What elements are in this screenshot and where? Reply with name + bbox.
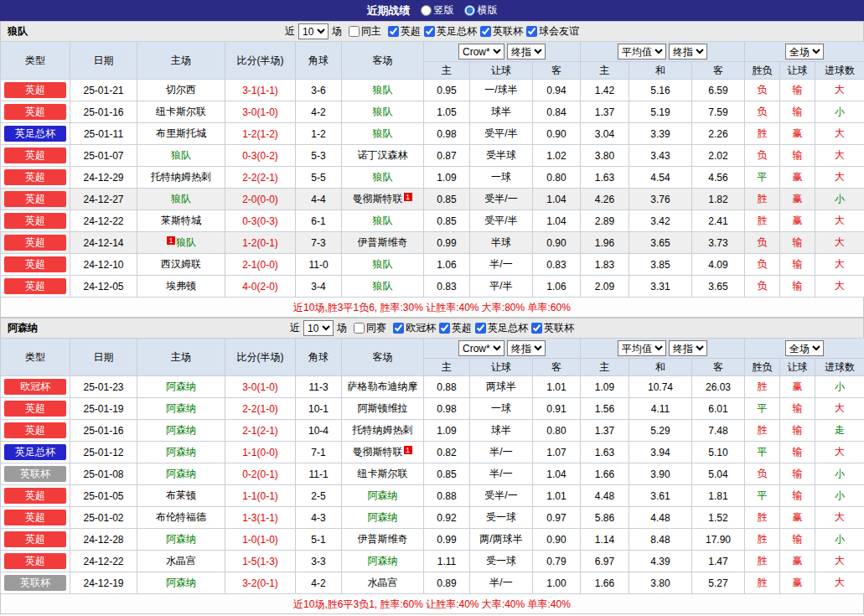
team-name-text[interactable]: 布莱顿 <box>166 489 196 501</box>
team-name-text[interactable]: 切尔西 <box>166 84 196 96</box>
team-name-text[interactable]: 布伦特福德 <box>156 511 206 523</box>
team-name-text[interactable]: 萨格勒布迪纳摩 <box>348 380 418 392</box>
home-team-cell[interactable]: 阿森纳 <box>137 442 225 463</box>
away-team-cell[interactable]: 水晶宫 <box>342 572 424 594</box>
team-name-text[interactable]: 狼队 <box>373 215 393 226</box>
league-filter[interactable]: 英足总杯 <box>421 24 477 39</box>
team-name-text[interactable]: 水晶宫 <box>368 577 398 588</box>
home-team-cell[interactable]: 布伦特福德 <box>137 507 225 529</box>
team-name-text[interactable]: 阿森纳 <box>166 402 196 414</box>
team-name-text[interactable]: 曼彻斯特联 <box>353 446 403 458</box>
vertical-radio[interactable] <box>421 5 432 16</box>
league-checkbox[interactable] <box>388 26 399 37</box>
final-average-select[interactable]: 终指 <box>669 340 707 356</box>
away-team-cell[interactable]: 纽卡斯尔联 <box>342 463 424 485</box>
team-name-text[interactable]: 伊普斯维奇 <box>358 533 408 545</box>
team-name-text[interactable]: 阿森纳 <box>166 446 196 458</box>
team-name-text[interactable]: 布里斯托城 <box>156 127 206 139</box>
team-name-text[interactable]: 狼队 <box>171 193 191 204</box>
fulltime-select[interactable]: 全场 <box>785 340 824 356</box>
away-team-cell[interactable]: 阿斯顿维拉 <box>342 398 424 420</box>
league-filter[interactable]: 英足总杯 <box>472 321 528 335</box>
home-team-cell[interactable]: 阿森纳 <box>137 572 225 594</box>
home-team-cell[interactable]: 莱斯特城 <box>137 210 225 232</box>
team-name-text[interactable]: 狼队 <box>373 84 393 96</box>
home-team-cell[interactable]: 阿森纳 <box>137 420 225 442</box>
team-name-text[interactable]: 托特纳姆热刺 <box>353 424 413 436</box>
home-team-cell[interactable]: 切尔西 <box>137 80 225 101</box>
team-name-text[interactable]: 纽卡斯尔联 <box>358 468 408 479</box>
team-name-text[interactable]: 水晶宫 <box>166 555 196 567</box>
team-name-text[interactable]: 纽卡斯尔联 <box>156 106 206 117</box>
same-checkbox[interactable] <box>354 323 365 334</box>
team-name-text[interactable]: 曼彻斯特联 <box>353 193 403 204</box>
home-team-cell[interactable]: 西汉姆联 <box>137 254 225 276</box>
same-filter[interactable]: 同主 <box>345 24 381 39</box>
team-name-text[interactable]: 狼队 <box>373 171 393 183</box>
away-team-cell[interactable]: 狼队 <box>342 167 424 189</box>
team-name-text[interactable]: 狼队 <box>171 149 191 161</box>
final-odds-select[interactable]: 终指 <box>507 44 546 60</box>
team-name-text[interactable]: 阿森纳 <box>166 380 196 392</box>
team-name-text[interactable]: 阿森纳 <box>368 489 398 501</box>
team-name-text[interactable]: 狼队 <box>373 258 393 270</box>
team-name-text[interactable]: 狼队 <box>176 236 196 248</box>
home-team-cell[interactable]: 埃弗顿 <box>137 276 225 298</box>
home-team-cell[interactable]: 阿森纳 <box>137 529 225 551</box>
team-name-text[interactable]: 狼队 <box>373 280 393 292</box>
team-name-text[interactable]: 莱斯特城 <box>161 215 201 226</box>
odds-source-select[interactable]: Crow* <box>458 340 504 356</box>
team-name-text[interactable]: 伊普斯维奇 <box>358 236 408 248</box>
final-odds-select[interactable]: 终指 <box>507 340 546 356</box>
team-name-text[interactable]: 阿森纳 <box>368 555 398 567</box>
league-filter[interactable]: 球会友谊 <box>523 24 579 39</box>
away-team-cell[interactable]: 狼队 <box>342 276 424 298</box>
away-team-cell[interactable]: 狼队 <box>342 123 424 145</box>
league-checkbox[interactable] <box>526 26 537 37</box>
home-team-cell[interactable]: 阿森纳 <box>137 398 225 420</box>
away-team-cell[interactable]: 阿森纳 <box>342 507 424 529</box>
match-count-select[interactable]: 10 <box>298 23 329 39</box>
layout-vertical-option[interactable]: 竖版 <box>421 3 454 18</box>
team-name-text[interactable]: 托特纳姆热刺 <box>151 171 211 183</box>
away-team-cell[interactable]: 诺丁汉森林 <box>342 145 424 167</box>
league-checkbox[interactable] <box>475 323 486 334</box>
same-checkbox[interactable] <box>349 26 360 37</box>
fulltime-select[interactable]: 全场 <box>785 44 824 60</box>
final-average-select[interactable]: 终指 <box>669 44 707 60</box>
away-team-cell[interactable]: 萨格勒布迪纳摩 <box>342 376 424 398</box>
team-name-text[interactable]: 阿森纳 <box>368 511 398 523</box>
home-team-cell[interactable]: 阿森纳 <box>137 376 225 398</box>
same-filter[interactable]: 同赛 <box>350 321 386 335</box>
layout-horizontal-option[interactable]: 横版 <box>464 3 498 18</box>
away-team-cell[interactable]: 伊普斯维奇 <box>342 232 424 254</box>
league-filter[interactable]: 英联杯 <box>477 24 523 39</box>
home-team-cell[interactable]: 纽卡斯尔联 <box>137 101 225 123</box>
away-team-cell[interactable]: 狼队 <box>342 210 424 232</box>
team-name-text[interactable]: 诺丁汉森林 <box>358 149 408 161</box>
home-team-cell[interactable]: 狼队 <box>137 145 225 167</box>
team-name-text[interactable]: 阿森纳 <box>166 468 196 479</box>
away-team-cell[interactable]: 狼队 <box>342 101 424 123</box>
away-team-cell[interactable]: 曼彻斯特联1 <box>342 189 424 210</box>
team-name-text[interactable]: 埃弗顿 <box>166 280 196 292</box>
away-team-cell[interactable]: 阿森纳 <box>342 485 424 507</box>
match-count-select[interactable]: 10 <box>303 320 334 336</box>
league-filter[interactable]: 欧冠杯 <box>390 321 436 335</box>
average-select[interactable]: 平均值 <box>618 340 666 356</box>
league-checkbox[interactable] <box>393 323 404 334</box>
home-team-cell[interactable]: 狼队 <box>137 189 225 210</box>
league-filter[interactable]: 英超 <box>385 24 421 39</box>
away-team-cell[interactable]: 狼队 <box>342 80 424 101</box>
home-team-cell[interactable]: 布莱顿 <box>137 485 225 507</box>
home-team-cell[interactable]: 阿森纳 <box>137 463 225 485</box>
team-name-text[interactable]: 阿森纳 <box>166 424 196 436</box>
league-checkbox[interactable] <box>480 26 491 37</box>
league-checkbox[interactable] <box>439 323 450 334</box>
team-name-text[interactable]: 阿森纳 <box>166 533 196 545</box>
horizontal-radio[interactable] <box>464 5 475 16</box>
home-team-cell[interactable]: 布里斯托城 <box>137 123 225 145</box>
league-checkbox[interactable] <box>531 323 542 334</box>
team-name-text[interactable]: 阿斯顿维拉 <box>358 402 408 414</box>
team-name-text[interactable]: 西汉姆联 <box>161 258 201 270</box>
